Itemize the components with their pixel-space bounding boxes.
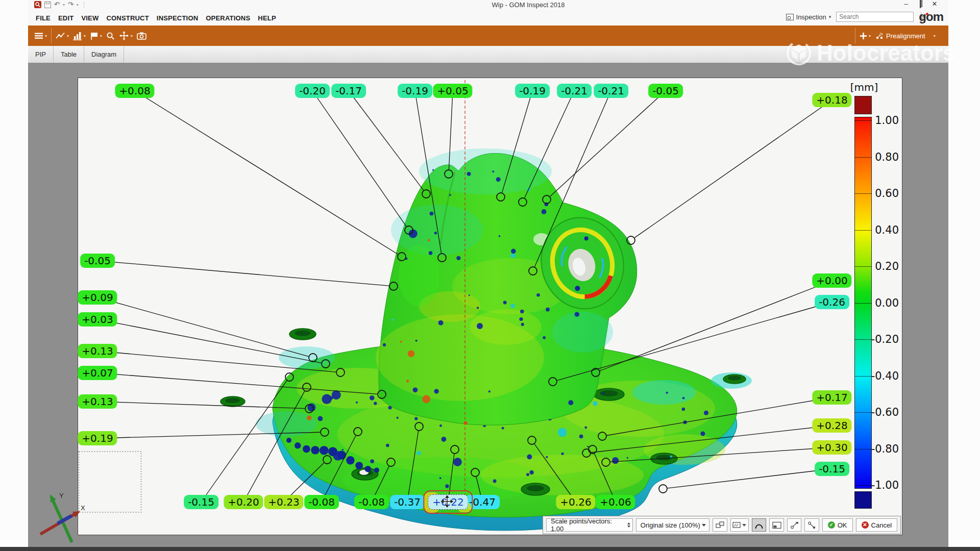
deviation-label[interactable]: +0.17 [812,390,851,405]
menu-view[interactable]: VIEW [81,14,99,22]
deviation-label[interactable]: -0.15 [815,462,849,476]
chevron-down-icon: ▾ [934,34,936,38]
add-element-button[interactable]: ▾ [860,32,871,40]
main-menu-button[interactable]: ▾ [34,32,47,40]
deviation-label[interactable]: -0.05 [80,254,115,268]
label-flag-button[interactable]: ▾ [90,32,102,40]
cancel-label: Cancel [871,521,892,529]
search-input[interactable] [837,13,921,20]
histogram-button[interactable]: ▾ [73,32,86,40]
deviation-label[interactable]: +0.05 [433,84,472,98]
menu-help[interactable]: HELP [258,14,276,22]
prealignment-button[interactable]: Prealignment [875,32,925,40]
deviation-label[interactable]: +0.09 [78,290,117,305]
redo-caret-icon[interactable]: ▾ [77,3,79,7]
divider [855,28,855,43]
minimize-button[interactable]: – [902,1,910,8]
deviation-label[interactable]: +0.28 [812,418,851,433]
legend-tick-label: -0.80 [854,443,899,455]
legend-overflow-high [854,96,872,114]
deviation-label[interactable]: -0.37 [390,495,425,509]
legend-overflow-low [854,491,872,509]
axis-y-label: Y [59,492,64,499]
ribbon-toolbar: ▾ ▾ ▾ ▾ ▾ [28,26,948,46]
arrange-labels-button[interactable] [713,518,727,532]
deviation-label[interactable]: +0.23 [264,495,303,509]
move-view-button[interactable]: ▾ [119,31,133,40]
spinner-icon[interactable] [627,522,630,528]
deviation-label[interactable]: +0.07 [78,366,117,380]
deviation-label[interactable]: -0.21 [594,84,628,98]
menu-construct[interactable]: CONSTRUCT [106,14,149,22]
zoom-button[interactable] [106,32,115,40]
deviation-label[interactable]: +0.13 [78,394,117,409]
leader-style-button[interactable] [804,518,819,532]
deviation-label[interactable]: +0.18 [812,93,851,107]
menu-bar: FILEEDITVIEWCONSTRUCTINSPECTIONOPERATION… [28,10,948,26]
deviation-label[interactable]: -0.05 [648,84,683,98]
legend-tick-label: 0.60 [854,187,899,199]
chevron-down-icon [702,524,706,527]
curved-leader-button[interactable] [752,518,766,532]
gom-logo: gom [919,11,943,22]
redo-button[interactable]: ↷ [68,1,74,8]
chevron-down-icon: ▾ [100,34,102,38]
tab-diagram[interactable]: Diagram [84,46,124,63]
deviation-label[interactable]: +0.06 [596,495,635,509]
title-bar: ↶▾ ↷▾ Wip - GOM Inspect 2018 – ✕ [28,0,948,10]
legend-tick-label: -0.40 [854,370,899,382]
menu-file[interactable]: FILE [36,14,51,22]
label-template-button[interactable] [730,518,749,532]
deviation-label[interactable]: -0.20 [295,84,330,98]
legend-tick-label: -0.20 [854,333,899,345]
legend-tick-label: 0.20 [854,260,899,272]
deviation-label[interactable]: -0.26 [815,295,849,309]
deviation-label[interactable]: +0.20 [224,495,263,509]
undo-caret-icon[interactable]: ▾ [63,3,65,7]
deviation-label[interactable]: +0.26 [556,495,595,509]
deviation-label[interactable]: +0.30 [812,440,851,455]
ok-button[interactable]: ✓ OK [822,518,853,532]
chevron-down-icon: ▾ [84,34,86,38]
menu-operations[interactable]: OPERATIONS [206,14,250,22]
deviation-label[interactable]: +0.08 [115,84,154,98]
deviation-label[interactable]: +0.13 [78,344,117,358]
window-controls: – ✕ [902,1,938,8]
snapshot-button[interactable] [137,32,146,40]
deviation-label[interactable]: -0.19 [515,84,550,98]
menu-edit[interactable]: EDIT [58,14,74,22]
maximize-button[interactable] [917,1,924,8]
scale-points-field[interactable]: Scale points/vectors: 1.00 [546,518,633,532]
deviation-label[interactable]: -0.19 [398,84,432,98]
undo-button[interactable]: ↶ [54,1,60,8]
trend-curve-button[interactable]: ▾ [56,32,69,40]
save-icon[interactable] [44,2,51,8]
leader-line-button[interactable] [787,518,801,532]
menu-inspection[interactable]: INSPECTION [157,14,198,22]
legend-tick-label: 0.00 [854,297,899,309]
deviation-label[interactable]: -0.08 [304,495,339,509]
deviation-label[interactable]: -0.15 [184,495,218,509]
deviation-label[interactable]: -0.08 [354,495,389,509]
scan-model-canvas [78,78,902,535]
close-button[interactable]: ✕ [931,1,938,8]
legend-tick-label: 1.00 [854,114,899,127]
tab-pip[interactable]: PIP [28,46,54,63]
legend-unit: [mm] [828,81,900,93]
quick-access-toolbar: ↶▾ ↷▾ [34,1,84,8]
cancel-button[interactable]: ✕ Cancel [856,518,897,532]
legend-tick-label: 0.40 [854,224,899,236]
viewport-3d: +0.08-0.20-0.17-0.19+0.05-0.19-0.21-0.21… [28,63,948,547]
pip-button[interactable] [769,518,783,532]
workspace-selector[interactable]: Inspection ▾ [786,13,831,21]
deviation-label-selected[interactable]: +0.22 [428,494,468,510]
deviation-label[interactable]: +0.00 [812,273,851,288]
deviation-label[interactable]: +0.03 [78,312,117,327]
chevron-down-icon: ▾ [45,34,47,38]
deviation-label[interactable]: +0.19 [78,431,117,445]
tab-table[interactable]: Table [54,46,84,63]
prealignment-label: Prealignment [886,32,925,40]
deviation-label[interactable]: -0.17 [331,84,366,98]
label-size-select[interactable]: Original size (100%) [636,518,710,532]
deviation-label[interactable]: -0.21 [557,84,592,98]
